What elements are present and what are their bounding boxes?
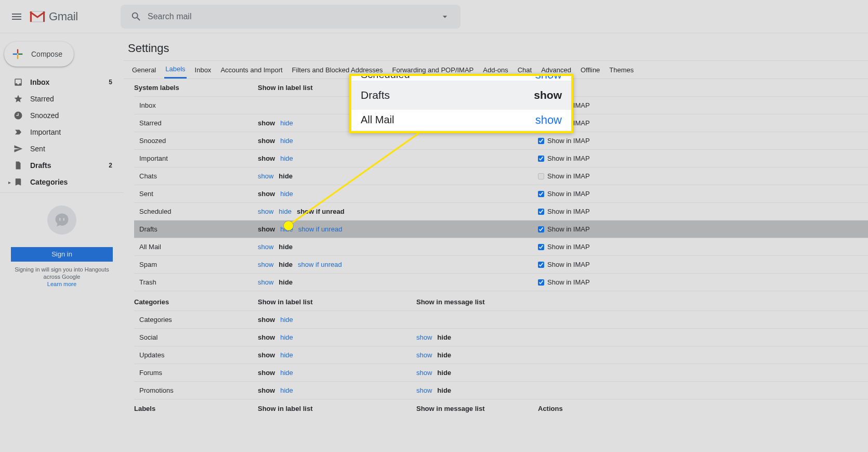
sidebar-item-categories[interactable]: Categories bbox=[0, 174, 124, 190]
label-row-chats: ChatsshowhideShow in IMAP bbox=[134, 167, 868, 185]
show-in-list-options: showhideshow if unread bbox=[258, 208, 416, 215]
imap-checkbox[interactable] bbox=[538, 138, 544, 144]
sidebar-item-label: Important bbox=[30, 128, 117, 136]
callout-zoom: Scheduled show Drafts show All Mail show bbox=[349, 74, 573, 133]
callout-row-allmail: All Mail show bbox=[351, 110, 571, 131]
show-option: show bbox=[258, 154, 275, 162]
show-option[interactable]: show bbox=[258, 261, 273, 268]
compose-button[interactable]: Compose bbox=[4, 42, 74, 67]
label-row-important: ImportantshowhideShow in IMAP bbox=[134, 150, 868, 167]
hide-option[interactable]: hide bbox=[280, 225, 293, 233]
imap-toggle: Show in IMAP bbox=[538, 172, 761, 180]
hangouts-note: Signing in will sign you into Hangouts a… bbox=[11, 266, 113, 288]
show-option[interactable]: show bbox=[416, 333, 432, 341]
sidebar-item-label: Snoozed bbox=[30, 111, 117, 120]
label-row-sent: SentshowhideShow in IMAP bbox=[134, 185, 868, 203]
callout-row-scheduled: Scheduled show bbox=[351, 74, 571, 81]
search-icon[interactable] bbox=[125, 11, 148, 22]
imap-checkbox[interactable] bbox=[538, 279, 544, 286]
label-name: Updates bbox=[134, 351, 258, 359]
show-in-list-options: showhide bbox=[258, 333, 416, 341]
category-row-forums: Forumsshowhideshowhide bbox=[134, 364, 868, 382]
hide-option: hide bbox=[437, 386, 451, 394]
category-row-promotions: Promotionsshowhideshowhide bbox=[134, 382, 868, 399]
tab-labels[interactable]: Labels bbox=[164, 61, 186, 79]
show-option[interactable]: show bbox=[258, 278, 273, 286]
sidebar-item-important[interactable]: Important bbox=[0, 124, 124, 140]
show-if-unread-option[interactable]: show if unread bbox=[298, 261, 342, 268]
label-name: Forums bbox=[134, 369, 258, 377]
file-icon bbox=[14, 161, 30, 170]
show-option[interactable]: show bbox=[258, 172, 273, 180]
sidebar-item-inbox[interactable]: Inbox5 bbox=[0, 74, 124, 91]
show-in-msglist-options: showhide bbox=[416, 369, 538, 377]
hide-option: hide bbox=[437, 351, 451, 359]
hide-option: hide bbox=[279, 261, 293, 268]
hide-option[interactable]: hide bbox=[280, 333, 293, 341]
imap-checkbox[interactable] bbox=[538, 156, 544, 162]
sidebar-item-starred[interactable]: Starred bbox=[0, 91, 124, 107]
imap-toggle: Show in IMAP bbox=[538, 243, 761, 251]
show-option[interactable]: show bbox=[258, 243, 273, 251]
sidebar-item-sent[interactable]: Sent bbox=[0, 140, 124, 157]
tab-inbox[interactable]: Inbox bbox=[194, 61, 213, 79]
hide-option[interactable]: hide bbox=[280, 351, 293, 359]
page-title: Settings bbox=[124, 42, 868, 60]
signin-button[interactable]: Sign in bbox=[11, 247, 113, 262]
app-header: Gmail bbox=[0, 0, 868, 33]
show-option[interactable]: show bbox=[258, 208, 273, 215]
labels-header: Labels Show in label list Show in messag… bbox=[134, 399, 868, 417]
hide-option[interactable]: hide bbox=[280, 137, 293, 145]
tab-accounts-and-import[interactable]: Accounts and Import bbox=[219, 61, 283, 79]
imap-checkbox[interactable] bbox=[538, 226, 544, 233]
label-name: Important bbox=[134, 154, 258, 162]
label-name: Drafts bbox=[134, 225, 258, 233]
label-name: Inbox bbox=[134, 101, 258, 109]
show-if-unread-option[interactable]: show if unread bbox=[298, 225, 343, 233]
compose-label: Compose bbox=[31, 50, 62, 58]
callout-row-drafts: Drafts show bbox=[351, 81, 571, 110]
label-row-trash: TrashshowhideShow in IMAP bbox=[134, 274, 868, 291]
imap-checkbox[interactable] bbox=[538, 262, 544, 268]
show-in-list-options: showhide bbox=[258, 243, 416, 251]
sidebar-item-drafts[interactable]: Drafts2 bbox=[0, 157, 124, 174]
hide-option[interactable]: hide bbox=[280, 154, 293, 162]
tab-offline[interactable]: Offline bbox=[580, 61, 601, 79]
show-in-msglist-options: showhide bbox=[416, 333, 538, 341]
hide-option[interactable]: hide bbox=[280, 369, 293, 377]
search-options-icon[interactable] bbox=[433, 11, 456, 22]
show-option[interactable]: show bbox=[416, 351, 432, 359]
label-row-all-mail: All MailshowhideShow in IMAP bbox=[134, 238, 868, 256]
show-in-list-options: showhide bbox=[258, 172, 416, 180]
imap-checkbox[interactable] bbox=[538, 209, 544, 215]
imap-checkbox[interactable] bbox=[538, 244, 544, 250]
tab-themes[interactable]: Themes bbox=[608, 61, 635, 79]
show-option[interactable]: show bbox=[416, 369, 432, 377]
imap-checkbox[interactable] bbox=[538, 173, 544, 179]
imap-checkbox[interactable] bbox=[538, 191, 544, 197]
categories-header: Categories Show in label list Show in me… bbox=[134, 293, 868, 311]
hide-option[interactable]: hide bbox=[279, 208, 292, 215]
label-row-scheduled: Scheduledshowhideshow if unreadShow in I… bbox=[134, 203, 868, 221]
gmail-logo[interactable]: Gmail bbox=[29, 10, 120, 23]
label-name: Starred bbox=[134, 119, 258, 127]
tab-general[interactable]: General bbox=[131, 61, 157, 79]
label-row-snoozed: SnoozedshowhideShow in IMAP bbox=[134, 132, 868, 150]
hide-option[interactable]: hide bbox=[280, 190, 293, 198]
search-bar[interactable] bbox=[121, 5, 461, 29]
menu-icon[interactable] bbox=[4, 4, 29, 29]
hide-option[interactable]: hide bbox=[280, 386, 293, 394]
show-option[interactable]: show bbox=[416, 386, 432, 394]
sidebar-item-snoozed[interactable]: Snoozed bbox=[0, 107, 124, 124]
sidebar-item-label: Sent bbox=[30, 145, 117, 153]
search-input[interactable] bbox=[148, 12, 433, 21]
hide-option[interactable]: hide bbox=[280, 316, 293, 324]
hangouts-panel: Sign in Signing in will sign you into Ha… bbox=[0, 193, 124, 288]
sidebar-item-label: Starred bbox=[30, 95, 117, 103]
inbox-icon bbox=[14, 78, 30, 87]
learn-more-link[interactable]: Learn more bbox=[47, 281, 76, 287]
hide-option[interactable]: hide bbox=[280, 119, 293, 127]
sidebar-item-count: 5 bbox=[109, 79, 117, 86]
show-if-unread-option: show if unread bbox=[297, 208, 345, 215]
show-option: show bbox=[258, 351, 275, 359]
